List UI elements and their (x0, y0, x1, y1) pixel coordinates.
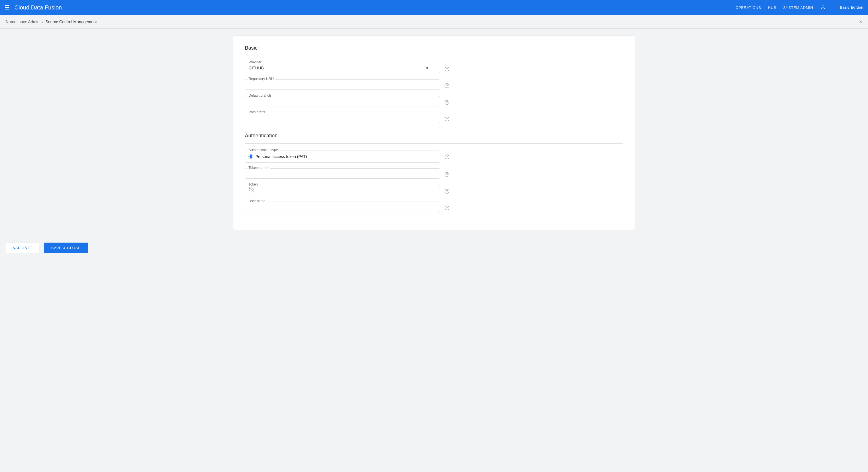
top-nav: ☰ Cloud Data Fusion OPERATIONS HUB SYSTE… (0, 0, 868, 15)
svg-line-4 (821, 7, 823, 8)
basic-divider (245, 56, 623, 56)
username-label: User name (247, 199, 267, 203)
token-help-icon[interactable] (442, 187, 452, 196)
default-branch-row: Default branch (245, 96, 452, 107)
pat-radio-input[interactable] (249, 154, 253, 159)
system-admin-link[interactable]: SYSTEM ADMIN (783, 5, 813, 10)
breadcrumb-parent[interactable]: Namespace Admin (6, 20, 40, 24)
default-branch-label: Default branch (247, 94, 272, 97)
token-name-label: Token name* (247, 166, 270, 169)
token-name-field-wrapper: Token name* (245, 168, 440, 179)
breadcrumb-bar: Namespace Admin › Source Control Managem… (0, 15, 868, 29)
repo-url-input[interactable] (249, 82, 428, 87)
nav-divider (833, 3, 833, 12)
provider-select[interactable]: GITHUB GITLAB BITBUCKET (249, 66, 428, 70)
path-prefix-input[interactable] (249, 115, 428, 120)
settings-icon[interactable] (820, 4, 826, 11)
save-close-button[interactable]: SAVE & CLOSE (44, 243, 88, 253)
default-branch-help-icon[interactable] (442, 98, 452, 107)
menu-icon[interactable]: ☰ (5, 4, 10, 11)
auth-type-label: Authentication type (247, 148, 279, 152)
username-input[interactable] (249, 204, 428, 209)
main-card: Basic Provider GITHUB GITLAB BITBUCKET ▾ (233, 36, 635, 230)
pat-radio-label[interactable]: Personal access token (PAT) (249, 154, 428, 159)
edition-badge: Basic Edition (840, 5, 863, 10)
token-row: Token (245, 185, 452, 196)
token-label: Token (247, 183, 259, 186)
provider-help-icon[interactable] (442, 65, 452, 74)
operations-link[interactable]: OPERATIONS (735, 5, 761, 10)
token-name-help-icon[interactable] (442, 170, 452, 179)
path-prefix-help-icon[interactable] (442, 114, 452, 124)
path-prefix-field-wrapper: Path prefix (245, 113, 440, 123)
path-prefix-field-group: Path prefix (245, 113, 440, 123)
button-row: VALIDATE SAVE & CLOSE (6, 237, 862, 253)
breadcrumb: Namespace Admin › Source Control Managem… (6, 20, 97, 24)
auth-type-field-group: Authentication type Personal access toke… (245, 150, 440, 163)
token-input[interactable] (249, 188, 428, 193)
pat-radio-text: Personal access token (PAT) (255, 154, 307, 159)
svg-line-5 (823, 7, 825, 8)
repo-url-field-wrapper: Repository URL* (245, 79, 440, 90)
username-field-group: User name (245, 202, 440, 212)
repo-url-label: Repository URL* (247, 77, 275, 80)
repo-url-help-icon[interactable] (442, 81, 452, 90)
svg-point-0 (823, 5, 823, 5)
token-name-input[interactable] (249, 171, 428, 176)
svg-point-2 (824, 8, 825, 9)
path-prefix-row: Path prefix (245, 113, 452, 124)
nav-right: OPERATIONS HUB SYSTEM ADMIN Basic Editio… (735, 3, 863, 12)
auth-type-help-icon[interactable] (442, 152, 452, 162)
hub-link[interactable]: HUB (768, 5, 776, 10)
token-field-wrapper: Token (245, 185, 440, 195)
default-branch-field-group: Default branch (245, 96, 440, 106)
provider-field-group: Provider GITHUB GITLAB BITBUCKET ▾ (245, 63, 440, 73)
path-prefix-label: Path prefix (247, 110, 266, 114)
svg-point-1 (820, 8, 822, 9)
auth-type-row: Authentication type Personal access toke… (245, 150, 452, 163)
app-logo: Cloud Data Fusion (14, 4, 735, 11)
breadcrumb-current: Source Control Management (45, 20, 97, 24)
provider-label: Provider (247, 61, 262, 64)
auth-divider (245, 143, 623, 144)
auth-section-title: Authentication (245, 133, 623, 139)
repo-url-field-group: Repository URL* (245, 79, 440, 90)
basic-section-title: Basic (245, 45, 623, 51)
repo-url-row: Repository URL* (245, 79, 452, 90)
provider-row: Provider GITHUB GITLAB BITBUCKET ▾ (245, 63, 452, 74)
token-name-field-group: Token name* (245, 168, 440, 179)
username-field-wrapper: User name (245, 202, 440, 212)
default-branch-field-wrapper: Default branch (245, 96, 440, 106)
auth-section: Authentication Authentication type Perso… (245, 133, 623, 212)
token-name-row: Token name* (245, 168, 452, 179)
default-branch-input[interactable] (249, 99, 428, 103)
eye-slash-icon[interactable] (249, 187, 254, 194)
username-help-icon[interactable] (442, 203, 452, 212)
token-field-group: Token (245, 185, 440, 195)
provider-field-wrapper: Provider GITHUB GITLAB BITBUCKET ▾ (245, 63, 440, 73)
username-row: User name (245, 202, 452, 212)
page-content: Basic Provider GITHUB GITLAB BITBUCKET ▾ (0, 29, 868, 237)
breadcrumb-separator: › (42, 20, 43, 24)
validate-button[interactable]: VALIDATE (6, 243, 39, 253)
auth-type-field-wrapper: Authentication type Personal access toke… (245, 150, 440, 163)
close-icon[interactable]: × (859, 19, 862, 25)
